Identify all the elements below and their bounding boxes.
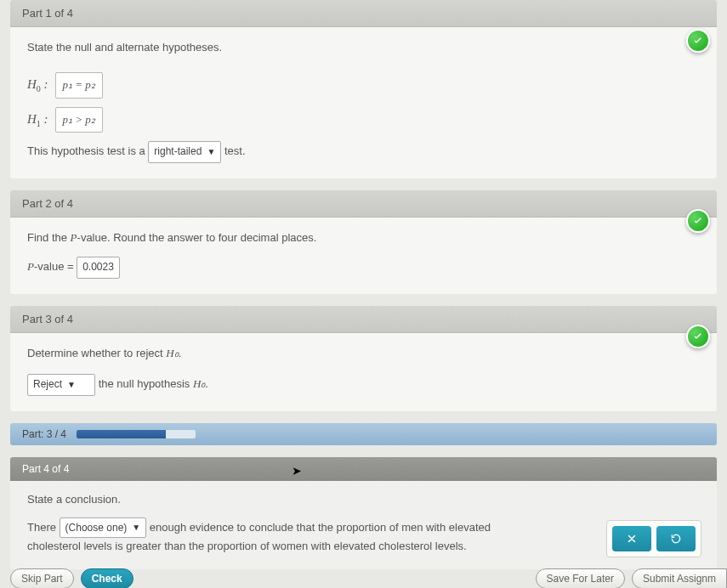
part-3-header: Part 3 of 4 xyxy=(10,306,717,333)
part-2: Part 2 of 4 Find the P-value. Round the … xyxy=(10,190,717,294)
progress-label: Part: 3 / 4 xyxy=(22,428,66,440)
progress-bar: Part: 3 / 4 xyxy=(10,423,717,445)
check-icon xyxy=(686,29,710,53)
part-1-header: Part 1 of 4 xyxy=(10,0,717,27)
part-4-header: Part 4 of 4 xyxy=(10,457,717,481)
conclusion-text: There (Choose one) ▼ enough evidence to … xyxy=(27,517,546,555)
part-2-prompt: Find the P-value. Round the answer to fo… xyxy=(27,229,700,247)
tail-select[interactable]: right-tailed ▼ xyxy=(148,141,221,162)
tail-text-post: test. xyxy=(224,144,246,157)
pvalue-label: P xyxy=(27,260,34,273)
reset-button[interactable] xyxy=(656,526,696,551)
clear-button[interactable] xyxy=(612,526,651,551)
check-icon xyxy=(686,209,710,233)
h1-box[interactable]: p₁ > p₂ xyxy=(55,107,103,133)
h1-label: H1 : xyxy=(27,109,48,131)
refresh-icon xyxy=(670,533,682,545)
pvalue-input[interactable]: 0.0023 xyxy=(77,257,120,278)
h0-box[interactable]: p₁ = p₂ xyxy=(55,72,103,99)
progress-fill xyxy=(77,430,166,438)
chevron-down-icon: ▼ xyxy=(132,521,140,534)
skip-part-button[interactable]: Skip Part xyxy=(10,568,74,588)
part-1-prompt: State the null and alternate hypotheses. xyxy=(27,39,700,57)
reject-select[interactable]: Reject ▼ xyxy=(27,374,95,395)
progress-track xyxy=(77,430,196,438)
part-2-header: Part 2 of 4 xyxy=(10,190,717,218)
chevron-down-icon: ▼ xyxy=(207,145,215,159)
tail-text-pre: This hypothesis test is a xyxy=(27,144,145,157)
part-1: Part 1 of 4 State the null and alternate… xyxy=(10,0,717,178)
save-for-later-button[interactable]: Save For Later xyxy=(536,568,625,588)
chevron-down-icon: ▼ xyxy=(67,378,76,392)
close-icon xyxy=(626,533,638,545)
reject-post: the null hypothesis H₀. xyxy=(99,377,208,390)
check-icon xyxy=(686,325,710,348)
check-button[interactable]: Check xyxy=(81,568,133,588)
action-group xyxy=(606,520,701,557)
footer-bar: Skip Part Check Save For Later Submit As… xyxy=(10,569,727,588)
part-3-prompt: Determine whether to reject H₀. xyxy=(27,345,700,363)
part-4-prompt: State a conclusion. xyxy=(27,493,700,506)
part-3: Part 3 of 4 Determine whether to reject … xyxy=(10,306,717,411)
part-4: Part 4 of 4 State a conclusion. There (C… xyxy=(10,457,717,570)
conclusion-select[interactable]: (Choose one) ▼ xyxy=(60,517,147,538)
h0-label: H0 : xyxy=(27,74,48,96)
submit-assignment-button[interactable]: Submit Assignm xyxy=(632,568,727,588)
